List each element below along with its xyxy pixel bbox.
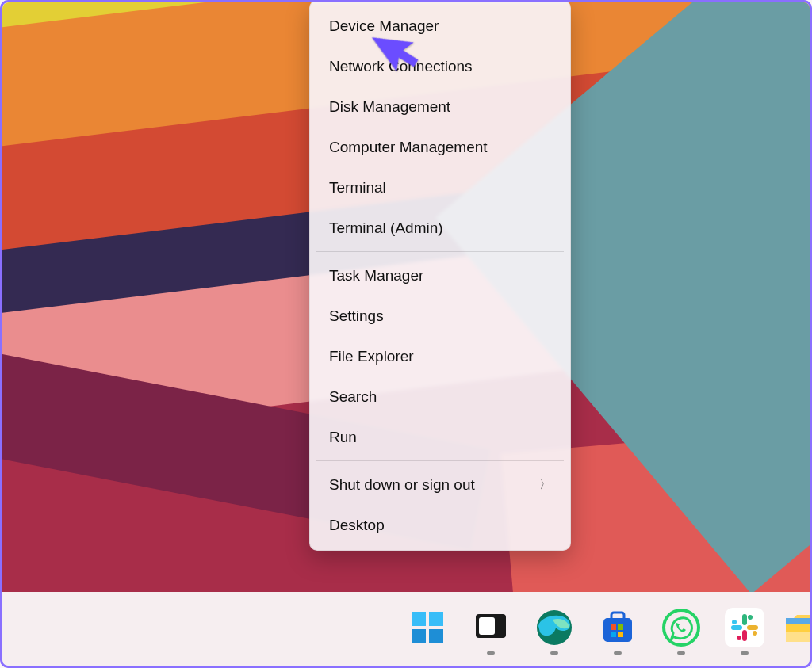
svg-rect-2 [412, 629, 426, 643]
menu-item-terminal-admin[interactable]: Terminal (Admin) [315, 208, 565, 248]
file-explorer-icon [786, 608, 810, 647]
menu-item-label: Settings [329, 307, 384, 325]
taskbar-slack-button[interactable] [722, 608, 767, 655]
taskbar-store-button[interactable] [596, 608, 640, 655]
menu-item-label: Disk Management [329, 98, 450, 116]
whatsapp-icon [661, 608, 701, 647]
taskbar-start-button[interactable] [405, 608, 450, 655]
menu-item-desktop[interactable]: Desktop [315, 505, 565, 545]
taskbar-icons [405, 608, 810, 655]
menu-item-label: Computer Management [329, 139, 488, 156]
taskbar [2, 592, 810, 666]
menu-item-label: Shut down or sign out [329, 476, 475, 494]
winx-context-menu: Device Manager Network Connections Disk … [309, 0, 571, 551]
chevron-right-icon: 〉 [539, 477, 551, 492]
svg-rect-5 [479, 617, 495, 635]
svg-point-13 [664, 610, 699, 645]
taskbar-edge-button[interactable] [532, 608, 576, 655]
menu-item-label: File Explorer [329, 348, 414, 365]
svg-rect-23 [786, 632, 810, 642]
menu-item-label: Task Manager [329, 267, 423, 284]
taskbar-task-view-button[interactable] [469, 608, 513, 655]
screen: Device Manager Network Connections Disk … [0, 0, 812, 668]
svg-point-21 [732, 620, 737, 624]
task-view-icon [471, 608, 511, 647]
menu-item-network-connections[interactable]: Network Connections [315, 46, 565, 86]
menu-item-terminal[interactable]: Terminal [315, 167, 565, 208]
taskbar-whatsapp-button[interactable] [659, 608, 703, 655]
menu-item-search[interactable]: Search [315, 376, 565, 417]
svg-rect-0 [412, 612, 426, 626]
menu-item-label: Search [329, 388, 377, 406]
running-indicator-icon [741, 651, 749, 655]
menu-item-file-explorer[interactable]: File Explorer [315, 336, 565, 376]
menu-item-disk-management[interactable]: Disk Management [315, 86, 565, 127]
svg-rect-16 [742, 630, 747, 641]
running-indicator-icon [677, 651, 685, 655]
svg-rect-1 [429, 612, 443, 626]
svg-point-18 [748, 615, 753, 620]
svg-rect-9 [611, 624, 616, 630]
menu-item-task-manager[interactable]: Task Manager [315, 255, 565, 296]
edge-icon [534, 608, 574, 647]
svg-rect-8 [611, 613, 624, 620]
menu-item-computer-management[interactable]: Computer Management [315, 127, 565, 167]
svg-rect-3 [429, 629, 443, 643]
microsoft-store-icon [598, 608, 638, 647]
menu-separator [316, 251, 564, 252]
menu-item-label: Desktop [329, 517, 385, 534]
menu-item-run[interactable]: Run [315, 417, 565, 457]
svg-rect-17 [731, 625, 742, 630]
running-indicator-icon [550, 651, 558, 655]
running-indicator-icon [614, 651, 622, 655]
svg-rect-14 [742, 614, 747, 625]
menu-item-label: Run [329, 429, 357, 446]
svg-rect-10 [618, 624, 623, 630]
svg-rect-11 [611, 632, 616, 637]
menu-separator [316, 460, 564, 461]
taskbar-file-explorer-button[interactable] [786, 608, 810, 655]
menu-item-device-manager[interactable]: Device Manager [315, 6, 565, 46]
svg-point-19 [753, 631, 757, 636]
start-icon [408, 608, 447, 647]
menu-item-settings[interactable]: Settings [315, 296, 565, 336]
slack-icon [725, 608, 764, 647]
svg-rect-12 [618, 632, 623, 637]
running-indicator-icon [487, 651, 495, 655]
svg-rect-24 [786, 618, 810, 624]
svg-point-20 [737, 636, 741, 640]
menu-item-label: Terminal (Admin) [329, 219, 443, 237]
menu-item-shutdown[interactable]: Shut down or sign out 〉 [315, 464, 565, 505]
svg-rect-15 [747, 625, 758, 630]
menu-item-label: Terminal [329, 179, 386, 197]
